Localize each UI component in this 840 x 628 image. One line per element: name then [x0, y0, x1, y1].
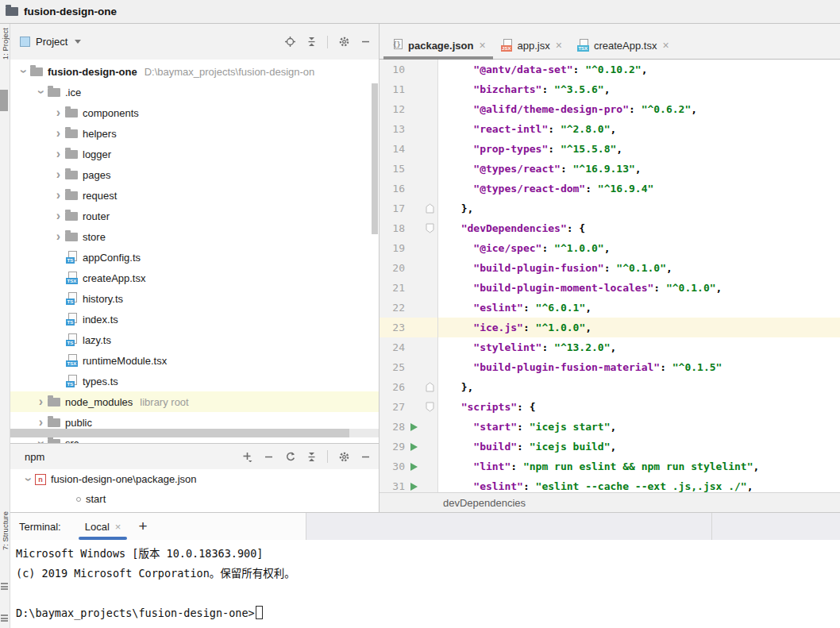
close-icon[interactable]: ×	[662, 39, 669, 52]
code-line[interactable]: 25 "build-plugin-fusion-material": "^0.1…	[380, 357, 840, 377]
terminal-tab-local[interactable]: Local ×	[79, 513, 128, 540]
close-icon[interactable]: ×	[115, 521, 121, 533]
editor-tab-createApp.tsx[interactable]: TSXcreateApp.tsx×	[569, 32, 676, 59]
chevron-down-icon[interactable]: ›	[21, 473, 35, 486]
editor-tab-package.json[interactable]: {}package.json×	[383, 32, 493, 59]
hide-panel-button[interactable]	[360, 451, 371, 462]
code-line[interactable]: 23 "ice.js": "^1.0.0",	[380, 318, 840, 337]
chevron-right-icon[interactable]: ›	[52, 106, 65, 119]
tree-item[interactable]: ›components	[10, 102, 379, 123]
line-number: 21	[380, 282, 405, 294]
code-line[interactable]: 11 "bizcharts": "^3.5.6",	[380, 79, 840, 99]
code-line[interactable]: 20 "build-plugin-fusion": "^0.1.0",	[380, 258, 840, 278]
tree-item[interactable]: ›TSXruntimeModule.tsx	[10, 350, 379, 371]
chevron-right-icon[interactable]: ›	[52, 210, 65, 222]
stripe-scroll-thumb[interactable]	[0, 90, 8, 111]
chevron-down-icon[interactable]: ›	[34, 437, 48, 443]
code-line[interactable]: 10 "@antv/data-set": "^0.10.2",	[380, 60, 840, 79]
code-line[interactable]: 24 "stylelint": "^13.2.0",	[380, 337, 840, 357]
tree-item[interactable]: ›request	[10, 185, 379, 206]
npm-script-row[interactable]: start	[10, 489, 379, 509]
close-icon[interactable]: ×	[556, 39, 562, 52]
chevron-right-icon[interactable]: ›	[34, 395, 48, 408]
hide-panel-button[interactable]	[360, 37, 371, 48]
code-line[interactable]: 16 "@types/react-dom": "^16.9.4"	[380, 179, 840, 198]
code-line[interactable]: 28 "start": "icejs start",	[380, 417, 840, 437]
chevron-right-icon[interactable]: ›	[52, 168, 65, 181]
settings-button[interactable]	[338, 37, 349, 48]
code-line[interactable]: 17 },	[380, 198, 840, 218]
project-horizontal-scrollbar[interactable]	[10, 429, 379, 437]
code-line[interactable]: 19 "@ice/spec": "^1.0.0",	[380, 238, 840, 258]
new-terminal-button[interactable]: +	[138, 518, 147, 535]
fold-marker-icon[interactable]	[422, 402, 437, 412]
refresh-button[interactable]	[284, 451, 295, 462]
tree-item[interactable]: ›TSindex.ts	[10, 309, 379, 329]
run-script-icon[interactable]	[405, 423, 422, 431]
tree-item[interactable]: ›fusion-design-oneD:\baymax_projects\fus…	[10, 61, 379, 82]
tree-item[interactable]: ›TSappConfig.ts	[10, 247, 379, 268]
chevron-down-icon[interactable]: ›	[34, 86, 48, 98]
code-line[interactable]: 26 },	[380, 377, 840, 397]
tree-item[interactable]: ›TShistory.ts	[10, 288, 379, 309]
fold-marker-icon[interactable]	[422, 382, 437, 392]
code-text: "build-plugin-moment-locales": "^0.1.0",	[438, 278, 722, 298]
code-line[interactable]: 22 "eslint": "^6.0.1",	[380, 298, 840, 318]
project-view-icon	[20, 37, 30, 47]
locate-button[interactable]	[284, 37, 295, 48]
run-script-icon[interactable]	[405, 483, 422, 491]
terminal-tool-icon[interactable]	[1, 615, 8, 622]
settings-button[interactable]	[338, 451, 349, 462]
tree-item[interactable]: ›store	[10, 226, 379, 247]
terminal-prompt-line[interactable]: D:\baymax_projects\fusion-design-one>	[16, 603, 840, 623]
tree-item[interactable]: ›router	[10, 206, 379, 226]
code-line[interactable]: 30 "lint": "npm run eslint && npm run st…	[380, 457, 840, 476]
window-title: fusion-design-one	[24, 6, 117, 17]
tree-item[interactable]: ›pages	[10, 164, 379, 185]
code-line[interactable]: 18 "devDependencies": {	[380, 218, 840, 238]
project-vertical-scrollbar[interactable]	[372, 83, 378, 234]
stripe-structure-label[interactable]: 7: Structure	[1, 511, 10, 550]
code-line[interactable]: 31 "eslint": "eslint --cache --ext .js,.…	[380, 476, 840, 492]
terminal-tab-label[interactable]: Local	[85, 521, 110, 533]
collapse-all-button[interactable]	[306, 451, 317, 462]
code-line[interactable]: 13 "react-intl": "^2.8.0",	[380, 119, 840, 139]
tree-item[interactable]: ›.ice	[10, 82, 379, 102]
run-script-icon[interactable]	[405, 463, 422, 471]
collapse-all-button[interactable]	[306, 37, 317, 48]
chevron-down-icon[interactable]	[75, 40, 81, 44]
terminal-output[interactable]: Microsoft Windows [版本 10.0.18363.900](c)…	[10, 540, 840, 628]
tree-item[interactable]: ›TStypes.ts	[10, 371, 379, 391]
tree-item[interactable]: ›TSXcreateApp.tsx	[10, 268, 379, 288]
project-panel-title[interactable]: Project	[36, 36, 67, 48]
code-line[interactable]: 15 "@types/react": "^16.9.13",	[380, 159, 840, 179]
remove-script-button[interactable]	[263, 451, 274, 462]
breadcrumb-item[interactable]: devDependencies	[443, 497, 526, 509]
breadcrumb[interactable]: devDependencies	[380, 492, 840, 512]
chevron-down-icon[interactable]: ›	[17, 65, 30, 78]
code-line[interactable]: 14 "prop-types": "^15.5.8",	[380, 139, 840, 159]
run-script-icon[interactable]	[405, 443, 422, 451]
close-icon[interactable]: ×	[479, 39, 485, 52]
npm-package-row[interactable]: ›nfusion-design-one\package.json	[10, 469, 379, 489]
chevron-right-icon[interactable]: ›	[52, 127, 65, 140]
favorites-tool-icon[interactable]	[1, 583, 8, 590]
fold-marker-icon[interactable]	[422, 203, 437, 214]
chevron-right-icon[interactable]: ›	[52, 189, 65, 202]
editor-tab-app.jsx[interactable]: JSXapp.jsx×	[493, 32, 569, 59]
chevron-right-icon[interactable]: ›	[52, 230, 65, 243]
code-line[interactable]: 29 "build": "icejs build",	[380, 437, 840, 457]
tree-item[interactable]: ›logger	[10, 144, 379, 164]
tree-item[interactable]: ›TSlazy.ts	[10, 329, 379, 350]
tree-item[interactable]: ›node_moduleslibrary root	[10, 391, 379, 412]
code-line[interactable]: 21 "build-plugin-moment-locales": "^0.1.…	[380, 278, 840, 298]
add-script-button[interactable]	[241, 451, 252, 462]
chevron-right-icon[interactable]: ›	[34, 416, 48, 429]
fold-marker-icon[interactable]	[422, 223, 437, 233]
code-line[interactable]: 27 "scripts": {	[380, 397, 840, 417]
chevron-right-icon[interactable]: ›	[52, 148, 65, 160]
code-line[interactable]: 12 "@alifd/theme-design-pro": "^0.6.2",	[380, 99, 840, 119]
code-editor[interactable]: 10 "@antv/data-set": "^0.10.2",11 "bizch…	[380, 60, 840, 492]
tree-item[interactable]: ›helpers	[10, 123, 379, 144]
stripe-project-label[interactable]: 1: Project	[1, 28, 10, 60]
